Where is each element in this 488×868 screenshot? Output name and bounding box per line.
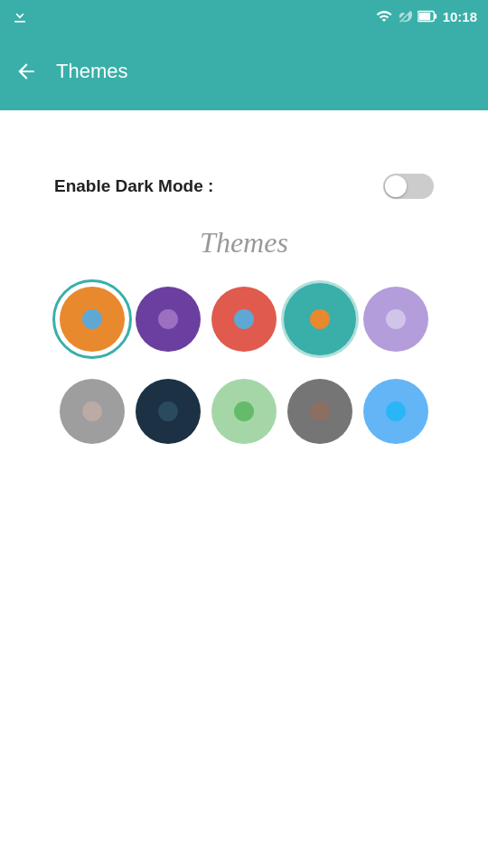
inner-dot-lavender [386,309,406,329]
dark-mode-toggle[interactable] [383,174,434,199]
color-grid [54,287,434,444]
theme-dark-navy[interactable] [136,379,201,444]
inner-dot-dark-navy [158,401,178,421]
inner-dot-sky-blue [386,401,406,421]
theme-dark-gray[interactable] [287,379,352,444]
theme-teal[interactable] [287,287,352,352]
main-content: Enable Dark Mode : Themes [0,110,488,471]
theme-light-green[interactable] [211,379,277,444]
dark-mode-label: Enable Dark Mode : [54,176,213,196]
battery-icon [418,8,437,24]
inner-dot-gray [82,401,102,421]
status-icons: 10:18 [376,8,477,24]
toggle-knob [385,175,407,197]
theme-lavender[interactable] [363,287,428,352]
color-row-2 [54,379,434,444]
signal-icon [398,8,412,24]
back-button[interactable] [14,60,38,83]
inner-dot-teal [310,309,330,329]
theme-orange[interactable] [60,287,125,352]
theme-gray[interactable] [60,379,125,444]
inner-dot-light-green [234,401,254,421]
inner-dot-dark-gray [310,401,330,421]
svg-rect-2 [434,14,436,19]
download-icon [11,7,29,25]
status-time: 10:18 [443,9,477,24]
color-row-1 [54,287,434,352]
toolbar: Themes [0,33,488,110]
wifi-icon [376,8,392,24]
theme-sky-blue[interactable] [363,379,428,444]
dark-mode-row: Enable Dark Mode : [54,174,434,199]
svg-rect-1 [418,13,430,20]
inner-dot-red [234,309,254,329]
inner-dot-orange [82,309,102,329]
inner-dot-purple [158,309,178,329]
back-arrow-icon [14,60,38,83]
status-bar-left [11,7,371,25]
theme-red[interactable] [211,287,277,352]
themes-section-label: Themes [36,226,452,259]
theme-purple[interactable] [136,287,201,352]
toolbar-title: Themes [56,60,127,83]
status-bar: 10:18 [0,0,488,33]
